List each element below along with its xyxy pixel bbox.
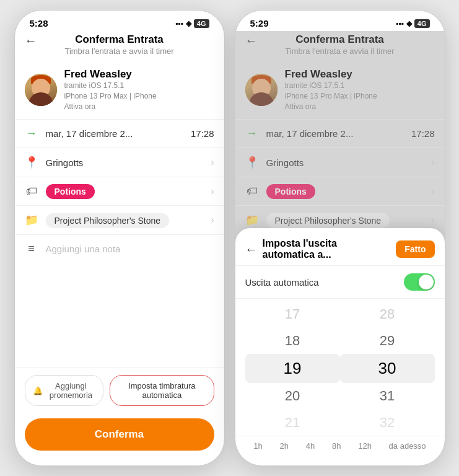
- battery-icon: 4G: [194, 19, 209, 28]
- project-icon-1: 📁: [25, 213, 38, 227]
- auto-exit-overlay: ← Imposta l'uscita automatica a... Fatto…: [235, 228, 445, 465]
- project-content-1: Project Philosopher's Stone: [46, 215, 204, 226]
- location-row-1[interactable]: 📍 Gringotts ›: [15, 148, 224, 177]
- note-icon-1: ≡: [25, 242, 38, 255]
- phone2-background: ← Conferma Entrata Timbra l'entrata e av…: [235, 31, 445, 465]
- overlay-back-button[interactable]: ←: [245, 242, 258, 257]
- status-bar-2: 5:29 ▪▪▪ ◈ 4G: [235, 11, 445, 31]
- toggle-knob: [419, 275, 434, 289]
- overlay-done-button[interactable]: Fatto: [396, 240, 434, 258]
- picker-item: 20: [245, 383, 340, 409]
- signal-icon: ▪▪▪: [175, 19, 183, 28]
- auto-stamp-button-1[interactable]: Imposta timbratura automatica: [110, 375, 214, 406]
- location-label-1: Gringotts: [46, 157, 204, 168]
- tag-row-1[interactable]: 🏷 Potions ›: [15, 177, 224, 205]
- auto-stamp-label-1: Imposta timbratura automatica: [118, 381, 206, 400]
- tag-badge-1: Potions: [46, 184, 95, 199]
- overlay-header: ← Imposta l'uscita automatica a... Fatto: [235, 228, 445, 265]
- entry-date-1: mar, 17 dicembre 2...: [46, 128, 133, 139]
- signal-icon-2: ▪▪▪: [396, 19, 404, 28]
- picker-col-minutes[interactable]: 28 29 30 31 32: [340, 301, 435, 436]
- status-time-1: 5:28: [30, 18, 48, 29]
- status-icons-2: ▪▪▪ ◈ 4G: [396, 19, 429, 28]
- picker-item-selected-minutes[interactable]: 30: [340, 354, 435, 383]
- header-1: ← Conferma Entrata Timbra l'entrata e av…: [15, 31, 224, 61]
- header-subtitle-1: Timbra l'entrata e avvia il timer: [64, 46, 173, 56]
- time-label-8h[interactable]: 8h: [332, 441, 341, 451]
- note-placeholder-1: Aggiungi una nota: [46, 244, 121, 254]
- wifi-icon-2: ◈: [406, 19, 412, 28]
- picker-item: 32: [340, 410, 435, 436]
- picker-item: 31: [340, 383, 435, 409]
- tag-content-1: Potions: [46, 186, 204, 196]
- location-icon-1: 📍: [25, 156, 38, 169]
- content-1: Fred Weasley tramite iOS 17.5.1 iPhone 1…: [15, 61, 224, 367]
- time-picker[interactable]: 17 18 19 20 21 28 29 30 31 32: [235, 301, 445, 436]
- battery-icon-2: 4G: [414, 19, 430, 28]
- user-info-1: Fred Weasley tramite iOS 17.5.1 iPhone 1…: [64, 68, 214, 112]
- picker-item: 29: [340, 328, 435, 354]
- time-label-4h[interactable]: 4h: [306, 441, 315, 451]
- note-row-1[interactable]: ≡ Aggiungi una nota: [15, 234, 224, 263]
- user-name-1: Fred Weasley: [64, 68, 214, 81]
- reminder-button-1[interactable]: 🔔 Aggiungi promemoria: [25, 375, 104, 406]
- reminder-label-1: Aggiungi promemoria: [46, 381, 96, 400]
- project-row-1[interactable]: 📁 Project Philosopher's Stone ›: [15, 205, 224, 234]
- time-label-2h[interactable]: 2h: [280, 441, 289, 451]
- status-icons-1: ▪▪▪ ◈ 4G: [175, 19, 209, 28]
- phone1: 5:28 ▪▪▪ ◈ 4G ← Conferma Entrata Timbra …: [14, 10, 225, 466]
- entry-time-1: 17:28: [191, 128, 214, 139]
- header-title-1: Conferma Entrata: [75, 33, 164, 46]
- picker-item: 18: [245, 328, 340, 354]
- bottom-buttons-1: 🔔 Aggiungi promemoria Imposta timbratura…: [15, 367, 224, 413]
- status-bar-1: 5:28 ▪▪▪ ◈ 4G: [15, 11, 224, 31]
- time-label-12h[interactable]: 12h: [358, 441, 372, 451]
- picker-item: 21: [245, 410, 340, 436]
- back-button-1[interactable]: ←: [25, 33, 37, 48]
- picker-item: 28: [340, 301, 435, 327]
- picker-col-hours[interactable]: 17 18 19 20 21: [245, 301, 340, 436]
- tag-icon-1: 🏷: [25, 185, 38, 198]
- time-labels: 1h 2h 4h 8h 12h da adesso: [235, 436, 445, 453]
- status-time-2: 5:29: [250, 18, 269, 29]
- wifi-icon: ◈: [186, 19, 191, 28]
- toggle-row: Uscita automatica: [235, 265, 445, 299]
- reminder-icon-1: 🔔: [33, 386, 43, 395]
- toggle-switch[interactable]: [404, 273, 435, 291]
- project-arrow-1: ›: [211, 214, 214, 226]
- entry-icon-1: →: [25, 127, 38, 140]
- overlay-title: Imposta l'uscita automatica a...: [263, 238, 391, 260]
- user-row-1: Fred Weasley tramite iOS 17.5.1 iPhone 1…: [15, 61, 224, 119]
- project-badge-1: Project Philosopher's Stone: [46, 213, 170, 228]
- phone2: 5:29 ▪▪▪ ◈ 4G ← Conferma Entrata Timbra …: [235, 10, 445, 466]
- picker-item-selected-hours[interactable]: 19: [245, 354, 340, 383]
- entry-row-1[interactable]: → mar, 17 dicembre 2... 17:28: [15, 119, 224, 148]
- time-label-da-adesso[interactable]: da adesso: [389, 441, 426, 451]
- user-device-1: tramite iOS 17.5.1 iPhone 13 Pro Max | i…: [64, 81, 214, 112]
- location-arrow-1: ›: [211, 157, 214, 168]
- time-label-1h[interactable]: 1h: [253, 441, 262, 451]
- confirm-button-1[interactable]: Conferma: [25, 418, 214, 451]
- toggle-label: Uscita automatica: [245, 277, 404, 288]
- picker-item: 17: [245, 301, 340, 327]
- tag-arrow-1: ›: [211, 186, 214, 197]
- avatar-1: [25, 74, 57, 106]
